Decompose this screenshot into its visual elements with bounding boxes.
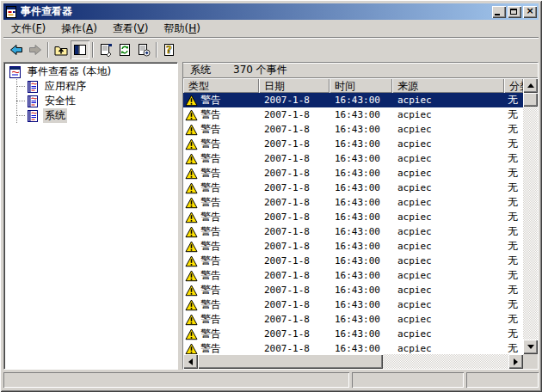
event-row[interactable]: 警告 2007-1-8 16:43:00 acpiec 无 — [183, 137, 523, 151]
maximize-button[interactable] — [508, 6, 521, 18]
vertical-scroll-track[interactable] — [523, 107, 538, 340]
event-source: acpiec — [392, 241, 504, 252]
event-time: 16:43:00 — [330, 343, 392, 354]
menu-item[interactable]: 帮助(H) — [156, 20, 207, 38]
help-button[interactable]: ? — [160, 40, 179, 59]
event-category: 无 — [504, 93, 523, 107]
tree-item-安全性[interactable]: 安全性 — [6, 94, 176, 108]
event-row[interactable]: 警告 2007-1-8 16:43:00 acpiec 无 — [183, 283, 523, 297]
window-title: 事件查看器 — [21, 4, 490, 19]
event-row[interactable]: 警告 2007-1-8 16:43:00 acpiec 无 — [183, 93, 523, 107]
event-source: acpiec — [392, 226, 504, 237]
warning-icon — [185, 197, 198, 209]
warning-icon — [185, 226, 198, 238]
event-source: acpiec — [392, 124, 504, 135]
scroll-up-button[interactable] — [523, 78, 538, 93]
event-date: 2007-1-8 — [259, 299, 330, 310]
event-category: 无 — [504, 166, 523, 181]
event-row[interactable]: 警告 2007-1-8 16:43:00 acpiec 无 — [183, 151, 523, 166]
event-row[interactable]: 警告 2007-1-8 16:43:00 acpiec 无 — [183, 224, 523, 239]
tree-item-应用程序[interactable]: 应用程序 — [6, 79, 176, 94]
event-row[interactable]: 警告 2007-1-8 16:43:00 acpiec 无 — [183, 239, 523, 254]
event-date: 2007-1-8 — [259, 343, 330, 354]
toolbar-separator — [47, 42, 49, 58]
column-header[interactable]: 日期 — [259, 78, 330, 93]
event-row[interactable]: 警告 2007-1-8 16:43:00 acpiec 无 — [183, 254, 523, 268]
event-source: acpiec — [392, 270, 504, 281]
result-pane: 系统 370 个事件 类型 日期 时间 来源 分类 — [182, 62, 539, 370]
forward-icon — [28, 43, 42, 57]
event-log-icon — [26, 109, 40, 123]
event-source: acpiec — [392, 285, 504, 296]
event-time: 16:43:00 — [330, 255, 392, 266]
event-row[interactable]: 警告 2007-1-8 16:43:00 acpiec 无 — [183, 195, 523, 210]
event-row[interactable]: 警告 2007-1-8 16:43:00 acpiec 无 — [183, 297, 523, 312]
forward-button[interactable] — [26, 40, 45, 59]
column-header[interactable]: 时间 — [330, 78, 392, 93]
event-row[interactable]: 警告 2007-1-8 16:43:00 acpiec 无 — [183, 122, 523, 137]
banner-event-count: 370 个事件 — [233, 63, 287, 77]
horizontal-scrollbar — [183, 354, 523, 369]
event-row[interactable]: 警告 2007-1-8 16:43:00 acpiec 无 — [183, 268, 523, 283]
event-source: acpiec — [392, 299, 504, 310]
warning-icon — [185, 211, 198, 224]
event-category: 无 — [504, 224, 523, 239]
vertical-scroll-thumb[interactable] — [523, 93, 538, 107]
event-type: 警告 — [200, 181, 221, 195]
scroll-right-button[interactable] — [508, 354, 523, 369]
event-category: 无 — [504, 312, 523, 327]
event-category: 无 — [504, 239, 523, 254]
minimize-icon — [495, 14, 500, 15]
minimize-button[interactable] — [492, 6, 506, 18]
event-row[interactable]: 警告 2007-1-8 16:43:00 acpiec 无 — [183, 341, 523, 354]
horizontal-scroll-track[interactable] — [383, 354, 508, 369]
event-type: 警告 — [200, 166, 221, 181]
back-button[interactable] — [7, 40, 26, 59]
scroll-left-button[interactable] — [183, 354, 198, 369]
event-date: 2007-1-8 — [259, 226, 330, 237]
event-time: 16:43:00 — [330, 153, 392, 164]
tree-root-event-viewer[interactable]: 事件查看器 (本地) — [6, 64, 176, 79]
show-hide-console-tree-icon — [73, 43, 87, 57]
horizontal-scroll-thumb[interactable] — [198, 354, 383, 369]
tree-item-label: 安全性 — [43, 94, 77, 108]
scroll-down-icon — [527, 345, 534, 349]
main-area: 事件查看器 (本地) 应用程序 — [3, 62, 539, 370]
event-row[interactable]: 警告 2007-1-8 16:43:00 acpiec 无 — [183, 327, 523, 341]
event-type: 警告 — [200, 122, 221, 137]
event-row[interactable]: 警告 2007-1-8 16:43:00 acpiec 无 — [183, 166, 523, 181]
event-date: 2007-1-8 — [259, 182, 330, 193]
refresh-button[interactable] — [115, 40, 134, 59]
event-date: 2007-1-8 — [259, 197, 330, 208]
export-list-button[interactable] — [134, 40, 153, 59]
event-time: 16:43:00 — [330, 109, 392, 120]
event-date: 2007-1-8 — [259, 328, 330, 340]
column-header-row: 类型 日期 时间 来源 分类 — [183, 78, 523, 93]
show-hide-console-tree-button[interactable] — [71, 40, 89, 59]
properties-button[interactable] — [96, 40, 115, 59]
back-icon — [9, 43, 23, 57]
warning-icon — [185, 95, 198, 107]
tree-item-系统[interactable]: 系统 — [6, 108, 176, 123]
event-row[interactable]: 警告 2007-1-8 16:43:00 acpiec 无 — [183, 181, 523, 195]
menu-item[interactable]: 查看(V) — [105, 20, 157, 38]
column-header[interactable]: 来源 — [392, 78, 504, 93]
up-one-level-button[interactable] — [52, 40, 71, 59]
scroll-right-icon — [514, 358, 518, 365]
event-category: 无 — [504, 297, 523, 312]
warning-icon — [185, 314, 198, 326]
event-type: 警告 — [200, 137, 221, 151]
event-category: 无 — [504, 210, 523, 224]
column-header[interactable]: 类型 — [183, 78, 259, 93]
event-row[interactable]: 警告 2007-1-8 16:43:00 acpiec 无 — [183, 312, 523, 327]
menu-item[interactable]: 文件(F) — [3, 20, 53, 38]
column-header[interactable]: 分类 — [504, 78, 523, 93]
event-rows: 警告 2007-1-8 16:43:00 acpiec 无 警告 2007-1-… — [183, 93, 523, 354]
event-date: 2007-1-8 — [259, 211, 330, 223]
menu-item[interactable]: 操作(A) — [53, 20, 105, 38]
close-button[interactable]: × — [523, 6, 537, 18]
event-row[interactable]: 警告 2007-1-8 16:43:00 acpiec 无 — [183, 107, 523, 122]
scroll-down-button[interactable] — [523, 340, 538, 354]
event-row[interactable]: 警告 2007-1-8 16:43:00 acpiec 无 — [183, 210, 523, 224]
event-date: 2007-1-8 — [259, 314, 330, 325]
